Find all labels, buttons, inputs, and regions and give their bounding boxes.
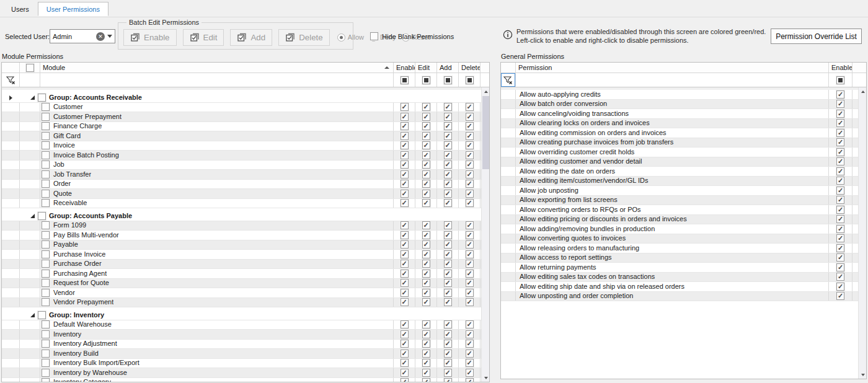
enable-cell[interactable] [828,253,852,263]
edit-checkbox[interactable] [422,369,430,377]
add-checkbox[interactable] [444,350,452,358]
add-cell[interactable] [436,359,458,368]
edit-cell[interactable] [415,112,436,121]
permission-column-header[interactable]: Permission [515,63,828,73]
table-row[interactable]: Allow batch order conversion [501,100,858,110]
add-checkbox[interactable] [444,378,452,382]
add-filter-cell[interactable] [436,73,458,87]
delete-cell[interactable] [458,288,480,297]
module-select-checkbox[interactable] [42,320,50,328]
delete-checkbox[interactable] [466,240,474,249]
edit-cell[interactable] [415,170,436,179]
edit-checkbox[interactable] [422,113,430,121]
enable-cell[interactable] [393,240,415,250]
edit-cell[interactable] [415,151,436,160]
add-checkbox[interactable] [444,260,452,268]
enable-cell[interactable] [393,112,415,121]
enable-filter-cell[interactable] [393,73,415,87]
delete-cell[interactable] [458,279,480,288]
delete-cell[interactable] [458,330,480,339]
enable-cell[interactable] [828,177,852,186]
delete-checkbox[interactable] [466,320,474,328]
table-group-row[interactable]: Group: Accounts Receivable [2,93,481,103]
edit-checkbox[interactable] [422,151,430,159]
permission-filter-cell[interactable] [515,73,828,87]
edit-cell[interactable] [415,250,436,259]
enable-checkbox[interactable] [836,110,844,118]
delete-cell[interactable] [458,199,480,208]
module-column-header[interactable]: Module [40,63,393,73]
add-cell[interactable] [436,320,458,330]
module-select-checkbox[interactable] [42,199,50,207]
module-select-checkbox[interactable] [42,279,50,287]
delete-cell[interactable] [458,141,480,151]
enable-cell[interactable] [828,138,852,147]
add-checkbox[interactable] [444,151,452,159]
enable-cell[interactable] [393,221,415,231]
add-checkbox[interactable] [444,190,452,198]
delete-cell[interactable] [458,131,480,141]
delete-checkbox[interactable] [466,221,474,229]
edit-checkbox[interactable] [422,199,430,207]
enable-filter-checkbox-right[interactable] [836,76,844,84]
edit-checkbox[interactable] [422,250,430,258]
enable-cell[interactable] [393,349,415,358]
edit-cell[interactable] [415,180,436,189]
delete-cell[interactable] [458,180,480,189]
scrollbar-thumb[interactable] [482,96,489,169]
enable-checkbox[interactable] [836,129,844,137]
add-cell[interactable] [436,170,458,179]
enable-checkbox[interactable] [836,138,844,146]
table-row[interactable]: Allow clearing locks on orders and invoi… [501,119,858,129]
module-select-checkbox[interactable] [42,250,50,258]
edit-cell[interactable] [415,240,436,250]
delete-checkbox[interactable] [466,132,474,140]
enable-checkbox[interactable] [401,180,409,188]
module-select-checkbox[interactable] [42,180,50,188]
table-row[interactable]: Allow exporting from list screens [501,196,858,206]
enable-cell[interactable] [828,234,852,244]
enable-cell[interactable] [393,250,415,259]
enable-cell[interactable] [828,282,852,291]
delete-checkbox[interactable] [466,350,474,358]
module-select-checkbox[interactable] [42,231,50,239]
enable-checkbox[interactable] [836,187,844,195]
module-select-checkbox[interactable] [42,113,50,121]
delete-checkbox[interactable] [466,369,474,377]
module-select-checkbox[interactable] [42,260,50,268]
add-cell[interactable] [436,340,458,349]
enable-cell[interactable] [828,109,852,118]
general-table-scrollbar[interactable] [858,87,866,379]
module-select-checkbox[interactable] [42,350,50,358]
group-select-checkbox[interactable] [38,212,46,220]
add-cell[interactable] [436,240,458,250]
enable-cell[interactable] [828,128,852,138]
radio-allow-button[interactable] [337,33,345,42]
tab-user-permissions[interactable]: User Permissions [38,2,108,16]
module-select-checkbox[interactable] [42,170,50,178]
batch-enable-button[interactable]: Enable [123,29,177,46]
clear-filter-cell-right[interactable] [501,73,515,87]
hide-blank-permissions-control[interactable]: Hide Blank Permissions [370,32,454,40]
module-select-checkbox[interactable] [42,330,50,338]
enable-checkbox[interactable] [401,378,409,382]
delete-cell[interactable] [458,269,480,278]
add-cell[interactable] [436,269,458,278]
enable-cell[interactable] [393,141,415,151]
module-select-checkbox[interactable] [42,378,50,382]
tab-users[interactable]: Users [2,2,38,16]
enable-filter-checkbox[interactable] [401,76,409,84]
enable-cell[interactable] [393,288,415,297]
enable-cell[interactable] [828,196,852,205]
edit-checkbox[interactable] [422,180,430,188]
module-select-checkbox[interactable] [42,270,50,278]
table-row[interactable]: Inventory by Warehouse [2,368,481,378]
delete-cell[interactable] [458,320,480,330]
edit-checkbox[interactable] [422,103,430,111]
enable-cell[interactable] [393,368,415,377]
edit-cell[interactable] [415,103,436,112]
add-checkbox[interactable] [444,240,452,249]
add-checkbox[interactable] [444,170,452,178]
delete-cell[interactable] [458,231,480,240]
enable-checkbox[interactable] [401,170,409,178]
